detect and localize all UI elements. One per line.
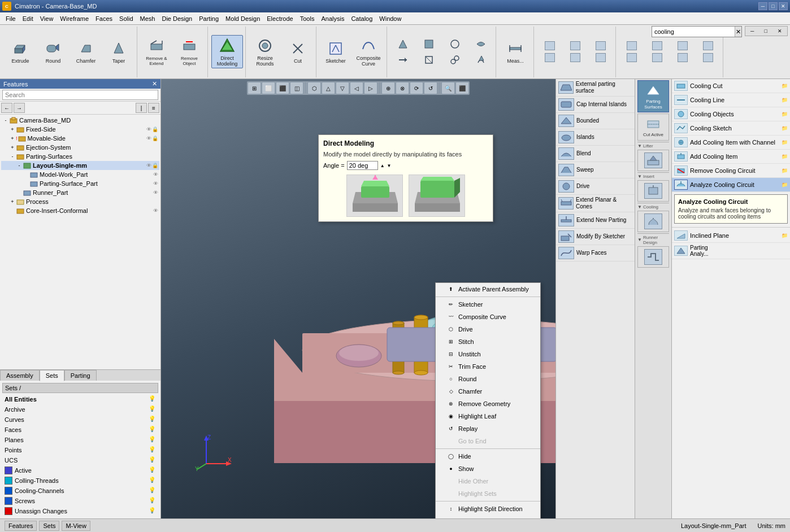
- tab-sets[interactable]: Sets: [40, 370, 64, 381]
- tree-runner-part[interactable]: Runner_Part 👁: [1, 188, 159, 197]
- ribbon-cooling-btn[interactable]: [637, 211, 669, 232]
- maximize-button[interactable]: □: [769, 2, 778, 10]
- cut-button[interactable]: Cut: [282, 35, 314, 69]
- menu-solid[interactable]: Solid: [116, 14, 136, 23]
- ctx-show-parting-tree[interactable]: 🌲 Show in Parting Tree: [436, 515, 540, 518]
- vt-btn-14[interactable]: 🔍: [441, 82, 455, 94]
- measurement-button[interactable]: Meas...: [500, 38, 531, 66]
- sets-all-entities[interactable]: All Entities 💡: [2, 394, 158, 404]
- sets-ucs[interactable]: UCS 💡: [2, 455, 158, 465]
- tb-e2-8[interactable]: [696, 52, 720, 63]
- cs-cooling-sketch[interactable]: Cooling Sketch 📁: [672, 121, 790, 136]
- ps-extend-new[interactable]: Extend New Parting: [556, 212, 635, 229]
- minimize-button[interactable]: ─: [758, 2, 767, 10]
- sets-archive[interactable]: Archive 💡: [2, 404, 158, 415]
- tb-extra-4[interactable]: [537, 52, 562, 63]
- ps-blend[interactable]: Blend: [556, 146, 635, 162]
- tree-expand-button[interactable]: ≡: [148, 103, 159, 113]
- tb-extra-6[interactable]: [588, 52, 613, 63]
- tree-collapse-button[interactable]: |: [136, 103, 147, 113]
- menu-electrode[interactable]: Electrode: [263, 14, 296, 23]
- vt-btn-6[interactable]: △: [322, 82, 335, 94]
- angle-input[interactable]: [347, 161, 378, 170]
- ps-sweep[interactable]: Sweep: [556, 162, 635, 178]
- remove-extend-button[interactable]: Remove &Extend: [141, 36, 172, 68]
- ctx-round[interactable]: ○ Round: [436, 373, 540, 385]
- search-clear-button[interactable]: ✕: [735, 27, 741, 37]
- extrude-button[interactable]: Extrude: [5, 38, 36, 66]
- tb-e2-7[interactable]: [670, 52, 695, 63]
- tab-parting[interactable]: Parting: [64, 370, 97, 381]
- menu-faces[interactable]: Faces: [92, 14, 116, 23]
- remove-object-button[interactable]: RemoveObject: [173, 36, 205, 68]
- tab-assembly[interactable]: Assembly: [0, 370, 40, 381]
- ps-external-parting[interactable]: External parting surface: [556, 79, 635, 97]
- tb-extra-5[interactable]: [563, 52, 588, 63]
- vt-btn-5[interactable]: ⬡: [307, 82, 321, 94]
- ps-extend-planar[interactable]: Extend Planar & Cones: [556, 195, 635, 212]
- sketcher-button[interactable]: Sketcher: [320, 35, 351, 69]
- composite-curve-button[interactable]: CompositeCurve: [353, 35, 384, 69]
- sets-colling-threads[interactable]: Colling-Threads 💡: [2, 476, 158, 486]
- tree-movable-side[interactable]: + ! Movable-Side 👁 🔒: [1, 134, 159, 143]
- cs-cooling-cut[interactable]: Cooling Cut 📁: [672, 79, 790, 93]
- chamfer-button[interactable]: Chamfer: [70, 38, 102, 66]
- taper-button[interactable]: Taper: [103, 38, 134, 66]
- sets-planes[interactable]: Planes 💡: [2, 435, 158, 445]
- ribbon-runner-btn[interactable]: [637, 246, 669, 268]
- round-button[interactable]: Round: [37, 38, 69, 66]
- menu-analysis[interactable]: Analysis: [318, 14, 348, 23]
- ctx-show[interactable]: ● Show: [436, 463, 540, 475]
- close-button[interactable]: ✕: [779, 2, 788, 10]
- ctx-composite-curve[interactable]: 〰 Composite Curve: [436, 311, 540, 323]
- tb-btn-4[interactable]: [468, 37, 493, 51]
- viewport[interactable]: ⊞ ⬜ ⬛ ◫ ⬡ △ ▽ ◁ ▷ ⊕ ⊗ ⟳ ↺ 🔍 ⬛: [161, 79, 555, 518]
- cs-parting-analyze[interactable]: PartingAnaly...: [672, 243, 790, 259]
- menu-view[interactable]: View: [37, 14, 57, 23]
- tree-process[interactable]: + Process: [1, 197, 159, 206]
- tb-btn-7[interactable]: [442, 53, 467, 67]
- status-features-tab[interactable]: Features: [5, 521, 37, 531]
- menu-wireframe[interactable]: Wireframe: [57, 14, 92, 23]
- vt-btn-2[interactable]: ⬜: [262, 82, 275, 94]
- tb-e2-1[interactable]: [619, 40, 644, 51]
- ps-modify-sketcher[interactable]: Modify By Sketcher: [556, 229, 635, 245]
- status-mview-tab[interactable]: M-View: [62, 521, 90, 531]
- tb-btn-5[interactable]: [390, 53, 415, 67]
- vt-btn-15[interactable]: ⬛: [455, 82, 469, 94]
- ctx-unstitch[interactable]: ⊟ Unstitch: [436, 348, 540, 360]
- ps-drive[interactable]: Drive: [556, 178, 635, 195]
- vt-btn-11[interactable]: ⊗: [396, 82, 409, 94]
- tb-btn-1[interactable]: [390, 37, 415, 51]
- sets-screws[interactable]: Screws 💡: [2, 496, 158, 506]
- tb-e2-6[interactable]: [645, 52, 670, 63]
- feature-search-input[interactable]: [2, 90, 158, 100]
- tree-model-work[interactable]: Model-Work_Part 👁: [1, 170, 159, 179]
- ctx-highlight-leaf[interactable]: ◉ Highlight Leaf: [436, 410, 540, 422]
- ctx-replay[interactable]: ↺ Replay: [436, 422, 540, 435]
- menu-mold-design[interactable]: Mold Design: [222, 14, 263, 23]
- menu-parting[interactable]: Parting: [196, 14, 222, 23]
- cs-cooling-line[interactable]: Cooling Line 📁: [672, 93, 790, 107]
- cs-cooling-objects[interactable]: Cooling Objects 📁: [672, 107, 790, 121]
- tb-e2-4[interactable]: [696, 40, 720, 51]
- sets-points[interactable]: Points 💡: [2, 445, 158, 455]
- ctx-trim-face[interactable]: ✂ Trim Face: [436, 360, 540, 373]
- cs-add-cooling-channel[interactable]: Add Cooling Item with Channel 📁: [672, 136, 790, 150]
- menu-die-design[interactable]: Die Design: [158, 14, 196, 23]
- window-controls[interactable]: ─□✕: [745, 26, 788, 36]
- ctx-stitch[interactable]: ⊞ Stitch: [436, 335, 540, 348]
- tb-e2-3[interactable]: [670, 40, 695, 51]
- tb-extra-1[interactable]: [537, 40, 562, 51]
- ribbon-insert-btn[interactable]: [637, 180, 669, 202]
- sets-faces[interactable]: Faces 💡: [2, 425, 158, 435]
- tree-ejection-system[interactable]: + Ejection-System: [1, 143, 159, 152]
- vt-btn-1[interactable]: ⊞: [248, 82, 261, 94]
- tb-btn-8[interactable]: [468, 53, 493, 67]
- ctx-remove-geometry[interactable]: ⊗ Remove Geometry: [436, 398, 540, 410]
- angle-spinner-down[interactable]: ▼: [387, 163, 392, 168]
- tb-btn-2[interactable]: [416, 37, 441, 51]
- ps-islands[interactable]: Islands: [556, 129, 635, 146]
- toolbar-search-input[interactable]: [652, 28, 735, 36]
- tree-layout-single[interactable]: - Layout-Single-mm 👁 🔒: [1, 161, 159, 170]
